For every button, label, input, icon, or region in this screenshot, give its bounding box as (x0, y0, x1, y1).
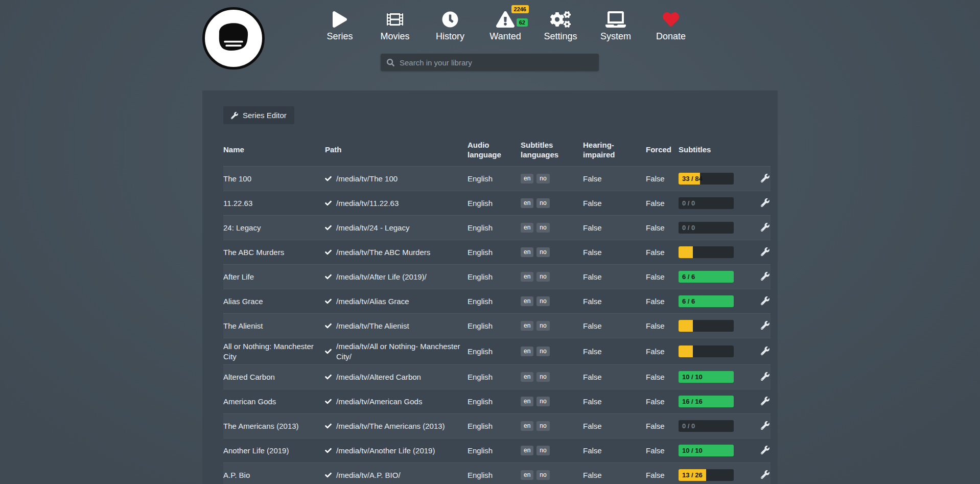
series-path-cell: /media/tv/Another Life (2019) (325, 446, 468, 456)
audio-language: English (468, 272, 521, 282)
edit-series-button[interactable] (760, 271, 771, 283)
series-path: /media/tv/Altered Carbon (336, 372, 421, 382)
wrench-icon (761, 198, 769, 207)
table-row: 11.22.63 /media/tv/11.22.63 English enno… (223, 191, 771, 215)
edit-series-button[interactable] (760, 420, 771, 432)
edit-series-button[interactable] (760, 295, 771, 308)
series-path: /media/tv/The Americans (2013) (336, 421, 445, 431)
hearing-impaired-value: False (583, 272, 646, 282)
forced-value: False (646, 296, 679, 307)
edit-series-button[interactable] (760, 371, 771, 383)
language-badge: no (536, 470, 549, 479)
audio-language: English (468, 421, 521, 431)
edit-series-button[interactable] (760, 469, 771, 481)
edit-series-button[interactable] (760, 197, 771, 210)
header-name: Name (223, 145, 325, 155)
audio-language: English (468, 174, 521, 184)
series-editor-button[interactable]: Series Editor (223, 106, 294, 124)
language-badge: no (536, 321, 549, 330)
subtitle-languages: enno (521, 272, 583, 281)
check-icon (325, 423, 332, 429)
wrench-icon (761, 296, 769, 305)
table-row: Alias Grace /media/tv/Alias Grace Englis… (223, 289, 771, 313)
nav-label: System (600, 31, 631, 42)
forced-value: False (646, 198, 679, 209)
language-badge: no (536, 296, 549, 306)
edit-series-button[interactable] (760, 396, 771, 408)
subtitle-languages: enno (521, 372, 583, 381)
subtitles-progress-bar: 10 / 10 (679, 445, 734, 456)
subtitles-progress-bar: 6 / 6 (679, 271, 734, 283)
subtitles-progress-bar (679, 320, 734, 332)
subtitles-cell: 10 / 10 (679, 371, 746, 383)
nav-label: History (436, 31, 464, 42)
language-badge: en (521, 421, 533, 430)
nav-item-movies[interactable]: Movies (367, 11, 423, 42)
edit-series-button[interactable] (760, 246, 771, 259)
subtitles-progress-label: 16 / 16 (682, 396, 703, 407)
check-icon (325, 200, 332, 206)
hearing-impaired-value: False (583, 470, 646, 480)
check-icon (325, 273, 332, 280)
table-row: Altered Carbon /media/tv/Altered Carbon … (223, 364, 771, 389)
audio-language: English (468, 446, 521, 456)
subtitles-cell: 10 / 10 (679, 445, 746, 456)
library-search (381, 54, 599, 71)
forced-value: False (646, 470, 679, 480)
series-path: /media/tv/The 100 (336, 174, 398, 184)
language-badge: no (536, 347, 549, 356)
edit-series-button[interactable] (760, 445, 771, 457)
language-badge: en (521, 198, 533, 208)
subtitles-cell: 0 / 0 (679, 222, 746, 234)
nav-label: Settings (544, 31, 577, 42)
nav-item-settings[interactable]: Settings (533, 11, 588, 42)
subtitles-cell (679, 320, 746, 332)
search-input[interactable] (400, 58, 593, 67)
nav-item-donate[interactable]: Donate (643, 11, 698, 42)
subtitles-cell: 13 / 26 (679, 469, 746, 481)
series-path: /media/tv/11.22.63 (336, 198, 399, 209)
nav-item-history[interactable]: History (423, 11, 478, 42)
nav-item-system[interactable]: System (588, 11, 643, 42)
nav-label: Movies (380, 31, 409, 42)
series-path-cell: /media/tv/Alias Grace (325, 296, 468, 307)
table-row: A.P. Bio /media/tv/A.P. BIO/ English enn… (223, 463, 771, 484)
series-path-cell: /media/tv/A.P. BIO/ (325, 470, 468, 480)
series-table: Name Path Audio language Subtitles langu… (223, 135, 771, 484)
check-icon (325, 298, 332, 305)
series-editor-panel: Series Editor Name Path Audio language S… (202, 90, 778, 484)
edit-series-button[interactable] (760, 222, 771, 234)
hearing-impaired-value: False (583, 397, 646, 407)
nav-item-series[interactable]: Series (312, 11, 367, 42)
main-nav: Series Movies History 2246 62 Wanted Set… (312, 11, 698, 42)
nav-item-wanted[interactable]: 2246 62 Wanted (478, 11, 533, 42)
check-icon (325, 249, 332, 256)
series-name: The 100 (223, 174, 325, 184)
subtitle-languages: enno (521, 347, 583, 356)
nav-label: Wanted (489, 31, 521, 42)
edit-series-button[interactable] (760, 173, 771, 185)
series-name: Alias Grace (223, 296, 325, 307)
subtitles-progress-label: 6 / 6 (682, 295, 695, 307)
forced-value: False (646, 421, 679, 431)
wrench-icon (761, 247, 769, 256)
subtitles-progress-bar: 16 / 16 (679, 396, 734, 407)
subtitle-languages: enno (521, 421, 583, 430)
table-row: The ABC Murders /media/tv/The ABC Murder… (223, 240, 771, 264)
language-badge: no (536, 174, 549, 183)
language-badge: en (521, 247, 533, 257)
subtitles-progress-label: 0 / 0 (682, 197, 695, 209)
edit-series-button[interactable] (760, 320, 771, 332)
app-logo[interactable] (202, 7, 265, 70)
edit-series-button[interactable] (760, 345, 771, 358)
subtitle-languages: enno (521, 174, 583, 183)
language-badge: no (536, 247, 549, 257)
wrench-icon (761, 223, 769, 232)
subtitles-cell (679, 246, 746, 258)
hearing-impaired-value: False (583, 198, 646, 209)
table-row: 24: Legacy /media/tv/24 - Legacy English… (223, 215, 771, 240)
series-name: The Alienist (223, 321, 325, 331)
series-path: /media/tv/24 - Legacy (336, 223, 409, 233)
forced-value: False (646, 272, 679, 282)
language-badge: en (521, 223, 533, 232)
